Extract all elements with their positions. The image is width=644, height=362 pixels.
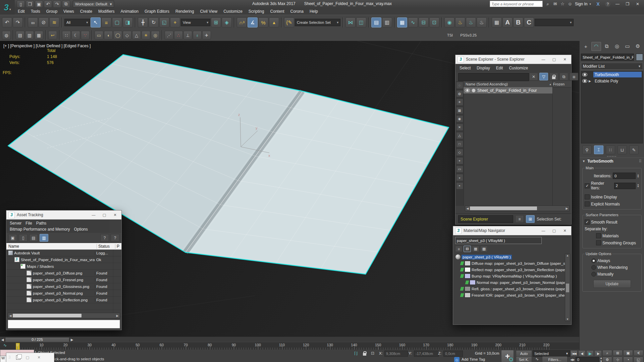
context-help-icon[interactable]: ?: [111, 234, 119, 242]
airplane-icon[interactable]: ✈: [202, 31, 211, 40]
visibility-eye-icon[interactable]: [465, 88, 470, 92]
iterations-spinner[interactable]: ▲▼: [637, 174, 639, 178]
menu-item[interactable]: File: [23, 220, 34, 226]
always-radio[interactable]: [591, 258, 596, 263]
menu-item[interactable]: Customize: [220, 9, 246, 14]
window-crossing-icon[interactable]: ◨: [123, 17, 133, 27]
menu-item[interactable]: Options: [72, 226, 90, 232]
modifier-list-dropdown[interactable]: Modifier List▼: [581, 63, 643, 70]
set-key-mode-button[interactable]: Set K.: [516, 356, 532, 362]
default-in-out-tangents-icon[interactable]: ∿: [534, 356, 540, 362]
percent-snap-toggle-icon[interactable]: %: [258, 17, 268, 27]
select-and-scale-icon[interactable]: ◱: [159, 17, 169, 27]
render-iters-field[interactable]: 2: [614, 183, 636, 189]
display-cameras-icon[interactable]: ▦: [456, 107, 463, 114]
render-iters-spinner[interactable]: ▲▼: [637, 184, 639, 188]
maximize-button[interactable]: ▢: [550, 228, 558, 234]
render-preset-b-icon[interactable]: B: [513, 17, 523, 27]
new-file-icon[interactable]: ▯: [17, 0, 25, 8]
menu-item[interactable]: Edit: [493, 66, 506, 70]
selection-filter-dropdown[interactable]: All▾: [64, 19, 90, 26]
vault-ops-icon[interactable]: ▯: [19, 234, 28, 242]
spinner-snap-toggle-icon[interactable]: ▴: [269, 17, 279, 27]
select-object-icon[interactable]: ↖: [91, 17, 101, 27]
current-frame-spinner[interactable]: ◀▶ 0 ▲▼: [570, 356, 603, 362]
toggle-ribbon-icon[interactable]: ▦: [397, 17, 407, 27]
scene-explorer-search-input[interactable]: [458, 73, 529, 81]
scroll-left-icon[interactable]: ◀: [8, 314, 13, 317]
restore-button[interactable]: ❐: [623, 1, 633, 7]
menu-item[interactable]: Server: [8, 220, 23, 226]
use-pivot-point-center-icon[interactable]: ⊞: [211, 17, 221, 27]
exchange-store-icon[interactable]: X: [593, 1, 603, 7]
object-name-field[interactable]: Sheet_of_Paper_Folded_in_Four: [581, 54, 634, 61]
asset-row[interactable]: paper_sheet_p3_Glossiness.png Found: [6, 283, 121, 290]
render-preset-c-icon[interactable]: C: [524, 17, 534, 27]
table-view-icon[interactable]: ▥: [40, 234, 48, 242]
reference-coordinate-system-dropdown[interactable]: View▾: [181, 19, 210, 26]
communication-center-icon[interactable]: ✉: [552, 1, 558, 7]
render-iters-checkbox[interactable]: ✓: [585, 183, 590, 188]
rendered-frame-window-icon[interactable]: ♨: [466, 17, 476, 27]
select-and-place-icon[interactable]: ⌖: [170, 17, 180, 27]
rain-streaks-icon[interactable]: ⋰: [165, 31, 173, 40]
render-production-icon[interactable]: ♨: [477, 17, 487, 27]
display-groups-icon[interactable]: △: [456, 132, 463, 139]
box-primitive-icon[interactable]: ▭: [95, 31, 103, 40]
project-window-icon[interactable]: ⊡: [429, 17, 439, 27]
cone-primitive-icon[interactable]: △: [132, 31, 141, 40]
bind-to-space-warp-icon[interactable]: ≋: [49, 17, 59, 27]
egg-primitive-icon[interactable]: ◯: [113, 31, 122, 40]
filter-icon[interactable]: ▽: [539, 73, 548, 80]
absolute-mode-transform-icon[interactable]: ⊡: [370, 351, 376, 356]
window-list-icon[interactable]: ▤: [16, 31, 24, 40]
menu-item[interactable]: Tools: [28, 9, 43, 14]
view-small-swatches-icon[interactable]: ▦: [472, 246, 479, 252]
isolate-selection-icon[interactable]: ⌈⌋: [353, 351, 359, 356]
vertical-scrollbar[interactable]: ▲ ▼: [565, 254, 570, 321]
play-button[interactable]: ▶: [586, 350, 594, 357]
z-coordinate-field[interactable]: 0,0cm: [443, 351, 463, 357]
tab-motion[interactable]: ◎: [612, 42, 622, 51]
pan-view-icon[interactable]: ⊹: [613, 357, 623, 362]
minimize-button[interactable]: —: [539, 56, 548, 62]
smooth-result-checkbox[interactable]: ✓: [585, 220, 590, 225]
align-icon[interactable]: ◫: [356, 17, 366, 27]
material-tree-row[interactable]: Reflect map: paper_sheet_p3_brown_Reflec…: [454, 266, 565, 273]
display-misc-icon[interactable]: ◓: [456, 182, 463, 189]
material-navigator-titlebar[interactable]: 3 Material/Map Navigator — ▢ ✕: [453, 226, 571, 235]
sphere-shade-icon[interactable]: ◍: [2, 31, 11, 40]
close-button[interactable]: ✕: [35, 355, 43, 361]
snaps-toggle-icon[interactable]: ∩³: [237, 17, 247, 27]
lock-explorer-icon[interactable]: [549, 73, 558, 80]
close-button[interactable]: ✕: [560, 228, 569, 234]
menu-item[interactable]: Edit: [15, 9, 28, 14]
menu-item[interactable]: Select: [457, 66, 473, 70]
material-tree-row[interactable]: Diffuse map: paper_sheet_p3_brown_Diffus…: [454, 260, 565, 266]
vault-login-icon[interactable]: ▣: [8, 234, 17, 242]
toggle-scene-explorer-icon[interactable]: ▤: [371, 17, 381, 27]
menu-item[interactable]: Content: [267, 9, 287, 14]
modifier-eye-icon[interactable]: [582, 73, 587, 76]
manually-radio[interactable]: [591, 272, 596, 277]
asset-row[interactable]: paper_sheet_p3_Normal.png Found: [6, 290, 121, 297]
material-name-field[interactable]: paper_sheet_p3 ( VRayMtl ): [455, 237, 542, 244]
menu-item[interactable]: Group: [43, 9, 60, 14]
menu-item[interactable]: Bitmap Performance and Memory: [8, 226, 72, 232]
isoline-display-checkbox[interactable]: [585, 194, 590, 199]
select-by-name-icon[interactable]: ≡: [101, 17, 111, 27]
object-color-swatch[interactable]: [636, 54, 643, 61]
open-file-icon[interactable]: ❒: [26, 0, 34, 8]
tab-modify[interactable]: ◠: [591, 42, 601, 51]
curve-editor-icon[interactable]: ∿: [408, 17, 418, 27]
shell-moon-icon[interactable]: ☾: [71, 31, 80, 40]
menu-item[interactable]: Display: [474, 66, 492, 70]
maximize-button[interactable]: ▢: [550, 56, 558, 62]
search-input[interactable]: [490, 1, 543, 7]
asset-table-header[interactable]: Name Status P: [6, 243, 121, 250]
close-button[interactable]: ✕: [560, 56, 569, 62]
update-button[interactable]: Update: [593, 280, 631, 288]
pin-stack-icon[interactable]: ⚲: [582, 145, 592, 154]
select-and-rotate-icon[interactable]: ↻: [149, 17, 159, 27]
scene-object-row[interactable]: Sheet_of_Paper_Folded_in_Four: [464, 87, 552, 94]
